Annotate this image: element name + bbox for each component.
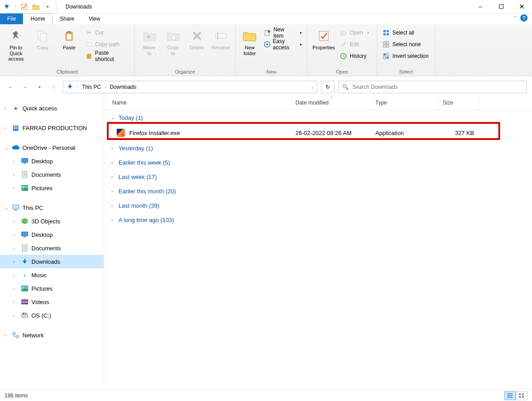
copy-path-button[interactable]: Copy path: [84, 39, 131, 49]
group-earlier-month[interactable]: ›Earlier this month (20): [104, 184, 532, 198]
search-box[interactable]: 🔍 Search Downloads: [338, 81, 527, 93]
tree-farrad[interactable]: ›FARRAD PRODUCTION: [0, 121, 104, 135]
folder-qat-icon[interactable]: [32, 3, 40, 11]
tab-share[interactable]: Share: [53, 13, 81, 24]
tree-pc-downloads[interactable]: ›Downloads: [0, 255, 104, 268]
tree-od-desktop[interactable]: ›Desktop: [0, 154, 104, 168]
properties-button[interactable]: Properties: [311, 26, 336, 51]
down-arrow-icon[interactable]: [3, 3, 11, 11]
history-button[interactable]: History: [338, 51, 371, 61]
select-all-icon: [383, 29, 390, 36]
invert-selection-button[interactable]: Invert selection: [381, 51, 431, 61]
rename-button[interactable]: Rename: [210, 26, 232, 51]
close-button[interactable]: ✕: [511, 0, 532, 13]
file-name: Firefox Installer.exe: [129, 130, 180, 136]
details-view-button[interactable]: [504, 391, 516, 400]
delete-button[interactable]: Delete: [186, 26, 208, 51]
open-button[interactable]: Open▾: [338, 28, 371, 38]
paste-icon: [62, 29, 76, 43]
recent-locations-button[interactable]: ▾: [34, 82, 45, 92]
column-type[interactable]: Type: [372, 95, 439, 110]
tree-onedrive[interactable]: ⌄OneDrive - Personal: [0, 141, 104, 154]
cube-icon: [21, 217, 29, 225]
column-date-modified[interactable]: ⌄Date modified: [292, 95, 372, 110]
tree-od-documents[interactable]: ›Documents: [0, 168, 104, 181]
svg-rect-38: [23, 163, 26, 164]
svg-rect-58: [522, 393, 524, 395]
group-long-ago[interactable]: ›A long time ago (103): [104, 213, 532, 227]
tree-od-pictures[interactable]: ›Pictures: [0, 181, 104, 195]
breadcrumb-this-pc[interactable]: This PC: [81, 84, 102, 90]
large-icons-view-button[interactable]: [516, 391, 528, 400]
tab-view[interactable]: View: [81, 13, 107, 24]
properties-qat-icon[interactable]: [20, 3, 28, 11]
group-yesterday[interactable]: ›Yesterday (1): [104, 141, 532, 155]
pictures-icon: [21, 184, 29, 192]
breadcrumb-downloads[interactable]: Downloads: [109, 84, 137, 90]
select-all-button[interactable]: Select all: [381, 28, 431, 38]
easy-access-button[interactable]: Easy access▾: [262, 39, 303, 49]
tree-pc-videos[interactable]: ›Videos: [0, 295, 104, 309]
tree-pc-desktop[interactable]: ›Desktop: [0, 228, 104, 241]
tree-network[interactable]: ›Network: [0, 328, 104, 342]
address-bar[interactable]: › This PC › Downloads ⌄: [63, 81, 317, 93]
group-label-clipboard: Clipboard: [4, 69, 131, 75]
minimize-button[interactable]: ─: [470, 0, 491, 13]
qat-dropdown-icon[interactable]: ▾: [44, 3, 52, 11]
select-none-button[interactable]: Select none: [381, 39, 431, 49]
tab-home[interactable]: Home: [23, 13, 53, 24]
network-icon: [12, 331, 20, 339]
tree-quick-access[interactable]: ›★Quick access: [0, 101, 104, 115]
tree-3d-objects[interactable]: ›3D Objects: [0, 214, 104, 228]
new-folder-button[interactable]: New folder: [239, 26, 260, 56]
tree-pc-pictures[interactable]: ›Pictures: [0, 282, 104, 295]
tree-this-pc[interactable]: ⌄This PC: [0, 201, 104, 214]
file-row-firefox-installer[interactable]: Firefox Installer.exe 26-02-2022 08:26 A…: [104, 125, 532, 141]
group-today[interactable]: ⌄Today (1): [104, 110, 532, 125]
svg-rect-26: [383, 53, 386, 56]
copy-to-icon: [166, 29, 180, 43]
pin-to-quick-access-button[interactable]: Pin to Quick access: [4, 26, 28, 62]
documents-icon: [21, 170, 29, 179]
desktop-icon: [21, 157, 29, 165]
tree-pc-documents[interactable]: ›Documents: [0, 241, 104, 255]
tree-pc-music[interactable]: ›♪Music: [0, 268, 104, 282]
paste-shortcut-button[interactable]: Paste shortcut: [84, 51, 131, 61]
up-button[interactable]: ↑: [48, 82, 59, 92]
edit-button[interactable]: Edit: [338, 39, 371, 49]
move-to-icon: [142, 29, 157, 43]
videos-icon: [21, 298, 29, 306]
forward-button[interactable]: →: [20, 82, 31, 92]
column-name[interactable]: Name: [104, 95, 292, 110]
new-item-button[interactable]: New item▾: [262, 28, 303, 38]
chevron-right-icon[interactable]: ›: [77, 85, 78, 90]
svg-rect-29: [387, 57, 389, 59]
group-last-month[interactable]: ›Last month (39): [104, 198, 532, 213]
refresh-button[interactable]: ↻: [321, 81, 334, 93]
column-size[interactable]: Size: [439, 95, 479, 110]
tree-pc-os[interactable]: ›OS (C:): [0, 309, 104, 322]
file-type: Application: [372, 130, 439, 136]
back-button[interactable]: ←: [5, 82, 16, 92]
svg-point-48: [23, 287, 24, 288]
paste-button[interactable]: Paste: [57, 26, 81, 51]
group-earlier-week[interactable]: ›Earlier this week (5): [104, 155, 532, 170]
computer-icon: [12, 204, 20, 212]
svg-rect-44: [22, 232, 28, 236]
tab-file[interactable]: File: [0, 13, 23, 24]
cut-button[interactable]: ✂Cut: [84, 28, 131, 38]
help-icon[interactable]: ?: [520, 14, 528, 22]
svg-point-15: [266, 44, 268, 45]
copy-to-button[interactable]: Copy to: [162, 26, 184, 56]
star-icon: ★: [12, 104, 20, 112]
copy-button[interactable]: Copy: [30, 26, 55, 51]
chevron-right-icon[interactable]: ›: [105, 85, 106, 90]
move-to-button[interactable]: Move to: [138, 26, 160, 56]
file-date-modified: 26-02-2022 08:26 AM: [292, 130, 372, 136]
invert-selection-icon: [383, 52, 390, 60]
group-last-week[interactable]: ›Last week (17): [104, 170, 532, 184]
maximize-button[interactable]: [491, 0, 511, 13]
address-dropdown-icon[interactable]: ⌄: [311, 85, 314, 89]
svg-rect-34: [14, 128, 15, 129]
collapse-ribbon-icon[interactable]: ⌃: [513, 15, 518, 21]
